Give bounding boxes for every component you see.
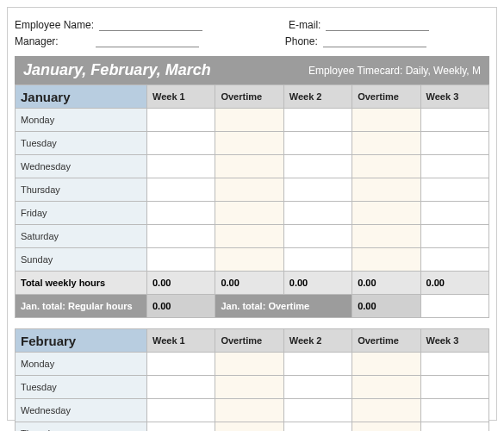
column-header: Week 2 xyxy=(283,85,352,109)
employee-name-input[interactable] xyxy=(99,18,202,31)
phone-input[interactable] xyxy=(323,34,426,47)
hours-cell[interactable] xyxy=(420,422,488,432)
total-weekly-value: 0.00 xyxy=(215,272,283,295)
column-header: Week 1 xyxy=(147,329,215,353)
hours-cell[interactable] xyxy=(420,353,488,376)
column-header: Week 1 xyxy=(147,85,215,109)
hours-cell[interactable] xyxy=(283,225,352,248)
hours-cell[interactable] xyxy=(283,353,352,376)
hours-cell[interactable] xyxy=(147,155,215,178)
hours-cell[interactable] xyxy=(283,248,352,272)
hours-cell[interactable] xyxy=(352,248,420,272)
month-name: January xyxy=(16,85,147,109)
email-input[interactable] xyxy=(326,18,429,31)
hours-cell[interactable] xyxy=(147,132,215,155)
quarter-banner: January, February, March Employee Timeca… xyxy=(15,56,489,84)
hours-cell[interactable] xyxy=(283,109,352,132)
hours-cell[interactable] xyxy=(352,399,420,422)
hours-cell[interactable] xyxy=(420,225,488,248)
hours-cell[interactable] xyxy=(420,202,488,225)
hours-cell[interactable] xyxy=(420,399,488,422)
hours-cell[interactable] xyxy=(420,155,488,178)
hours-cell[interactable] xyxy=(352,202,420,225)
hours-cell[interactable] xyxy=(215,353,283,376)
hours-cell[interactable] xyxy=(215,376,283,399)
hours-cell[interactable] xyxy=(352,132,420,155)
day-label: Sunday xyxy=(16,248,147,272)
column-header: Week 3 xyxy=(420,85,488,109)
day-label: Wednesday xyxy=(16,399,147,422)
day-label: Thursday xyxy=(16,422,147,432)
hours-cell[interactable] xyxy=(147,399,215,422)
hours-cell[interactable] xyxy=(147,422,215,432)
month-total-overtime-value: 0.00 xyxy=(352,295,420,318)
column-header: Week 2 xyxy=(283,329,352,353)
banner-subtitle: Employee Timecard: Daily, Weekly, M xyxy=(308,65,481,77)
column-header: Overtime xyxy=(215,329,283,353)
header-row-1: Employee Name: E-mail: xyxy=(15,18,489,31)
hours-cell[interactable] xyxy=(352,225,420,248)
hours-cell[interactable] xyxy=(283,132,352,155)
hours-cell[interactable] xyxy=(215,155,283,178)
header-row-2: Manager: Phone: xyxy=(15,34,489,47)
banner-title: January, February, March xyxy=(23,61,211,79)
hours-cell[interactable] xyxy=(352,376,420,399)
phone-field: Phone: xyxy=(285,34,426,47)
hours-cell[interactable] xyxy=(420,109,488,132)
month-total-regular-value: 0.00 xyxy=(147,295,215,318)
manager-field: Manager: xyxy=(15,34,199,47)
hours-cell[interactable] xyxy=(147,353,215,376)
total-weekly-value: 0.00 xyxy=(283,272,352,295)
hours-cell[interactable] xyxy=(215,178,283,202)
hours-cell[interactable] xyxy=(215,202,283,225)
total-weekly-value: 0.00 xyxy=(352,272,420,295)
hours-cell[interactable] xyxy=(215,109,283,132)
month-total-spacer xyxy=(420,295,488,318)
hours-cell[interactable] xyxy=(352,109,420,132)
email-label: E-mail: xyxy=(289,19,320,31)
total-weekly-value: 0.00 xyxy=(147,272,215,295)
hours-cell[interactable] xyxy=(420,248,488,272)
hours-cell[interactable] xyxy=(147,109,215,132)
day-label: Monday xyxy=(16,109,147,132)
hours-cell[interactable] xyxy=(147,202,215,225)
hours-cell[interactable] xyxy=(283,399,352,422)
hours-cell[interactable] xyxy=(420,178,488,202)
manager-input[interactable] xyxy=(96,34,199,47)
day-label: Monday xyxy=(16,353,147,376)
employee-name-field: Employee Name: xyxy=(15,18,202,31)
hours-cell[interactable] xyxy=(147,376,215,399)
hours-cell[interactable] xyxy=(283,422,352,432)
hours-cell[interactable] xyxy=(420,376,488,399)
day-label: Wednesday xyxy=(16,155,147,178)
hours-cell[interactable] xyxy=(352,422,420,432)
hours-cell[interactable] xyxy=(215,132,283,155)
hours-cell[interactable] xyxy=(283,376,352,399)
month-table: FebruaryWeek 1OvertimeWeek 2OvertimeWeek… xyxy=(15,328,489,431)
column-header: Overtime xyxy=(215,85,283,109)
hours-cell[interactable] xyxy=(147,248,215,272)
month-total-regular-label: Jan. total: Regular hours xyxy=(16,295,147,318)
month-total-overtime-label: Jan. total: Overtime xyxy=(215,295,352,318)
hours-cell[interactable] xyxy=(283,202,352,225)
hours-cell[interactable] xyxy=(352,178,420,202)
hours-cell[interactable] xyxy=(215,399,283,422)
hours-cell[interactable] xyxy=(352,155,420,178)
hours-cell[interactable] xyxy=(147,225,215,248)
day-label: Tuesday xyxy=(16,132,147,155)
column-header: Overtime xyxy=(352,329,420,353)
hours-cell[interactable] xyxy=(147,178,215,202)
hours-cell[interactable] xyxy=(215,225,283,248)
hours-cell[interactable] xyxy=(352,353,420,376)
timecard-sheet: Employee Name: E-mail: Manager: Phone: J… xyxy=(7,7,497,421)
hours-cell[interactable] xyxy=(215,248,283,272)
day-label: Tuesday xyxy=(16,376,147,399)
hours-cell[interactable] xyxy=(283,178,352,202)
employee-name-label: Employee Name: xyxy=(15,19,94,31)
hours-cell[interactable] xyxy=(283,155,352,178)
hours-cell[interactable] xyxy=(215,422,283,432)
hours-cell[interactable] xyxy=(420,132,488,155)
day-label: Saturday xyxy=(16,225,147,248)
email-field: E-mail: xyxy=(289,18,429,31)
total-weekly-label: Total weekly hours xyxy=(16,272,147,295)
